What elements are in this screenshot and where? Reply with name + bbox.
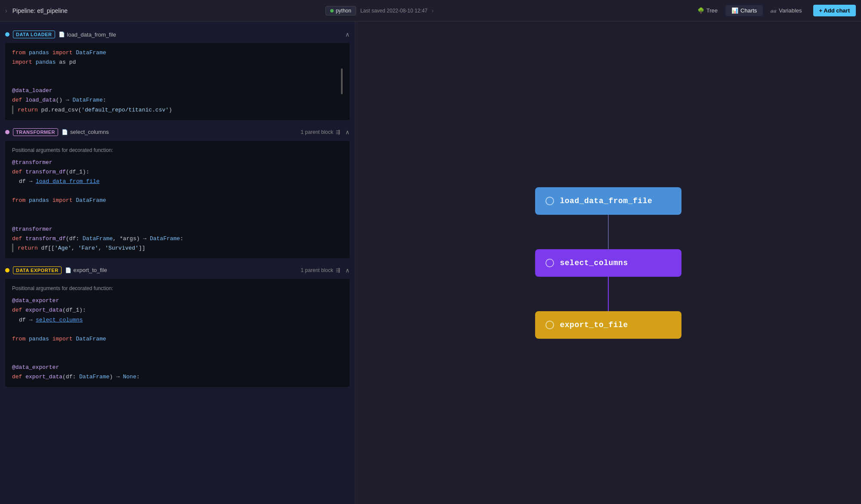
code-line: def load_data() → DataFrame: (12, 96, 343, 105)
code-line: from pandas import DataFrame (12, 334, 343, 344)
node-label-loader: load_data_from_file (560, 197, 653, 205)
code-line: return df[['Age', 'Fare', 'Survived']] (12, 244, 343, 253)
loader-code-body: from pandas import DataFrame import pand… (5, 43, 350, 120)
transformer-collapse-btn[interactable]: ∧ (345, 129, 350, 136)
left-panel: DATA LOADER 📄 load_data_from_file ∧ from… (0, 22, 355, 504)
python-badge[interactable]: python (325, 6, 356, 15)
code-line: @data_exporter (12, 363, 343, 372)
code-line: def transform_df(df_1): (12, 167, 343, 177)
exporter-collapse-btn[interactable]: ∧ (345, 267, 350, 274)
transformer-type-badge: TRANSFORMER (13, 128, 58, 136)
code-line: def transform_df(df: DataFrame, *args) →… (12, 234, 343, 244)
hint-text: Positional arguments for decorated funct… (12, 146, 343, 155)
header-center: python Last saved 2022-08-10 12:47 › (73, 6, 686, 15)
variables-icon: 𝑎𝑎 (771, 7, 777, 14)
block-loader-header: DATA LOADER 📄 load_data_from_file ∧ (0, 26, 355, 43)
tab-variables[interactable]: 𝑎𝑎 Variables (765, 5, 808, 16)
nav-back-chevron[interactable]: › (5, 7, 7, 14)
node-label-transformer: select_columns (560, 259, 628, 267)
code-line: @data_loader (12, 86, 343, 96)
transformer-code-body: Positional arguments for decorated funct… (5, 141, 350, 258)
scrollbar[interactable] (341, 68, 343, 94)
node-circle-loader (545, 197, 554, 205)
block-exporter-header: DATA EXPORTER 📄 export_to_file 1 parent … (0, 262, 355, 279)
tab-charts[interactable]: 📊 Charts (725, 5, 763, 16)
code-line: from pandas import DataFrame (12, 48, 343, 58)
exporter-type-badge: DATA EXPORTER (13, 266, 62, 274)
transformer-dot (5, 130, 9, 134)
transformer-filename: 📄 select_columns (62, 129, 109, 135)
hint-text: Positional arguments for decorated funct… (12, 284, 343, 293)
node-circle-transformer (545, 259, 554, 267)
header: › Pipeline: etl_pipeline python Last sav… (0, 0, 861, 22)
block-data-loader: DATA LOADER 📄 load_data_from_file ∧ from… (0, 26, 355, 120)
tree-node-transformer[interactable]: select_columns (535, 249, 681, 277)
code-line: df → load_data_from_file (12, 177, 343, 186)
block-transformer: TRANSFORMER 📄 select_columns 1 parent bl… (0, 124, 355, 258)
tab-charts-label: Charts (740, 7, 757, 14)
charts-icon: 📊 (731, 7, 738, 14)
loader-type-badge: DATA LOADER (13, 31, 55, 38)
tree-icon: 🌳 (697, 7, 704, 14)
transformer-parent-info: 1 parent block ⇶ (301, 129, 340, 135)
main-layout: DATA LOADER 📄 load_data_from_file ∧ from… (0, 22, 861, 504)
code-line: import pandas as pd (12, 58, 343, 67)
code-line: return pd.read_csv('default_repo/titanic… (12, 105, 343, 115)
tab-tree-label: Tree (706, 7, 718, 14)
code-line: def export_data(df: DataFrame) → None: (12, 372, 343, 382)
parent-block-icon: ⇶ (336, 267, 340, 273)
loader-dot (5, 32, 9, 37)
file-icon: 📄 (65, 267, 71, 273)
exporter-parent-info: 1 parent block ⇶ (301, 267, 340, 273)
code-line: @transformer (12, 225, 343, 234)
tab-variables-label: Variables (779, 7, 802, 14)
file-icon: 📄 (62, 129, 68, 135)
code-line: @transformer (12, 158, 343, 167)
loader-filename: 📄 load_data_from_file (59, 31, 116, 38)
header-tabs: 🌳 Tree 📊 Charts 𝑎𝑎 Variables + Add chart (691, 5, 856, 16)
code-line: from pandas import DataFrame (12, 196, 343, 205)
right-panel-tree: load_data_from_file select_columns expor… (355, 22, 861, 504)
file-icon: 📄 (59, 31, 65, 37)
exporter-dot (5, 268, 9, 272)
exporter-filename: 📄 export_to_file (65, 267, 107, 273)
tree-node-exporter[interactable]: export_to_file (535, 311, 681, 339)
block-data-exporter: DATA EXPORTER 📄 export_to_file 1 parent … (0, 262, 355, 387)
code-line: @data_exporter (12, 296, 343, 306)
header-arrow: › (432, 8, 434, 14)
node-circle-exporter (545, 321, 554, 329)
parent-block-icon: ⇶ (336, 129, 340, 135)
code-line: df → select_columns (12, 315, 343, 325)
tree-node-loader[interactable]: load_data_from_file (535, 187, 681, 215)
tree-connector-1 (608, 215, 609, 249)
tab-tree[interactable]: 🌳 Tree (691, 5, 724, 16)
tree-connector-2 (608, 277, 609, 311)
block-transformer-header: TRANSFORMER 📄 select_columns 1 parent bl… (0, 124, 355, 141)
add-chart-button[interactable]: + Add chart (813, 5, 856, 16)
loader-collapse-btn[interactable]: ∧ (345, 31, 350, 38)
pipeline-title: Pipeline: etl_pipeline (12, 7, 68, 14)
tree-graph: load_data_from_file select_columns expor… (535, 187, 681, 339)
node-label-exporter: export_to_file (560, 321, 628, 329)
python-status-dot (330, 9, 334, 12)
python-label: python (336, 8, 351, 14)
last-saved-text: Last saved 2022-08-10 12:47 (360, 8, 427, 14)
exporter-code-body: Positional arguments for decorated funct… (5, 279, 350, 387)
code-line: def export_data(df_1): (12, 306, 343, 315)
